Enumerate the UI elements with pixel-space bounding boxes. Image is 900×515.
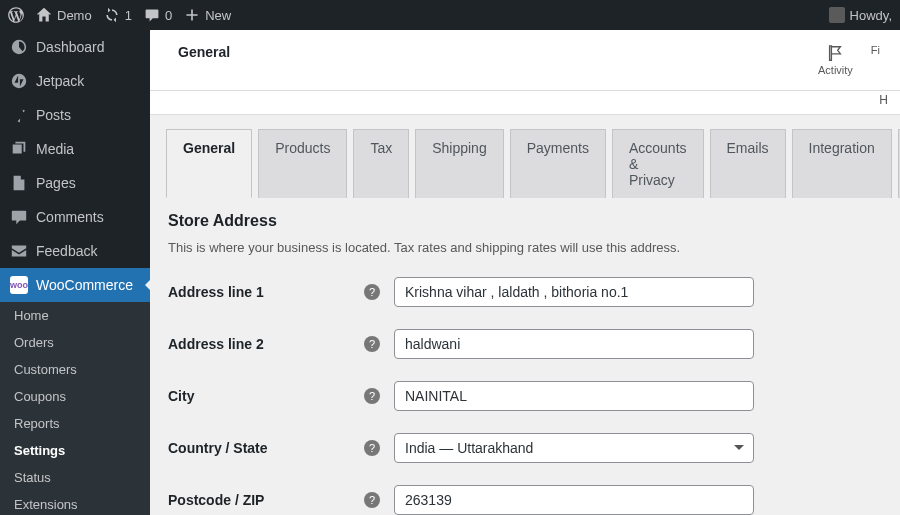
pages-icon bbox=[10, 174, 28, 192]
help-icon[interactable]: ? bbox=[364, 440, 380, 456]
sidebar-item-jetpack[interactable]: Jetpack bbox=[0, 64, 150, 98]
row-city: City ? bbox=[168, 381, 882, 411]
help-icon[interactable]: ? bbox=[364, 284, 380, 300]
subitem-label: Reports bbox=[14, 416, 60, 431]
input-address-2[interactable] bbox=[394, 329, 754, 359]
media-icon bbox=[10, 140, 28, 158]
updates-menu[interactable]: 1 bbox=[104, 7, 132, 23]
comments-icon bbox=[10, 208, 28, 226]
new-label: New bbox=[205, 8, 231, 23]
feedback-icon bbox=[10, 242, 28, 260]
tab-emails[interactable]: Emails bbox=[710, 129, 786, 198]
select-wrap: India — Uttarakhand bbox=[394, 433, 754, 463]
tab-label: Products bbox=[275, 140, 330, 156]
tab-label: Emails bbox=[727, 140, 769, 156]
sidebar-item-label: Posts bbox=[36, 107, 71, 123]
plus-icon bbox=[184, 7, 200, 23]
tab-accounts-privacy[interactable]: Accounts & Privacy bbox=[612, 129, 704, 198]
admin-sidebar: Dashboard Jetpack Posts Media Pages Comm… bbox=[0, 30, 150, 515]
sidebar-item-label: Pages bbox=[36, 175, 76, 191]
input-address-1[interactable] bbox=[394, 277, 754, 307]
tab-label: Tax bbox=[370, 140, 392, 156]
sidebar-item-comments[interactable]: Comments bbox=[0, 200, 150, 234]
subitem-orders[interactable]: Orders bbox=[0, 329, 150, 356]
subitem-home[interactable]: Home bbox=[0, 302, 150, 329]
subitem-settings[interactable]: Settings bbox=[0, 437, 150, 464]
flag-icon bbox=[826, 44, 844, 62]
select-country-state[interactable]: India — Uttarakhand bbox=[394, 433, 754, 463]
finish-button[interactable]: Fi bbox=[871, 44, 880, 56]
tab-integration[interactable]: Integration bbox=[792, 129, 892, 198]
activity-button[interactable]: Activity bbox=[818, 44, 853, 76]
help-icon[interactable]: ? bbox=[364, 388, 380, 404]
subitem-extensions[interactable]: Extensions bbox=[0, 491, 150, 515]
sidebar-submenu-woocommerce: Home Orders Customers Coupons Reports Se… bbox=[0, 302, 150, 515]
howdy-label: Howdy, bbox=[850, 8, 892, 23]
refresh-icon bbox=[104, 7, 120, 23]
page-header: General Activity Fi bbox=[150, 30, 900, 91]
comment-icon bbox=[144, 7, 160, 23]
tab-payments[interactable]: Payments bbox=[510, 129, 606, 198]
input-postcode[interactable] bbox=[394, 485, 754, 515]
wordpress-icon bbox=[8, 7, 24, 23]
section-heading: Store Address bbox=[168, 212, 882, 230]
comments-count: 0 bbox=[165, 8, 172, 23]
help-label[interactable]: H bbox=[879, 93, 888, 107]
subitem-label: Home bbox=[14, 308, 49, 323]
subitem-label: Coupons bbox=[14, 389, 66, 404]
site-name-label: Demo bbox=[57, 8, 92, 23]
finish-label: Fi bbox=[871, 44, 880, 56]
label-country-state: Country / State bbox=[168, 440, 364, 456]
sidebar-item-label: Comments bbox=[36, 209, 104, 225]
sidebar-item-woocommerce[interactable]: woo WooCommerce bbox=[0, 268, 150, 302]
jetpack-icon bbox=[10, 72, 28, 90]
row-country-state: Country / State ? India — Uttarakhand bbox=[168, 433, 882, 463]
label-address-1: Address line 1 bbox=[168, 284, 364, 300]
tab-label: Integration bbox=[809, 140, 875, 156]
sidebar-item-dashboard[interactable]: Dashboard bbox=[0, 30, 150, 64]
subitem-customers[interactable]: Customers bbox=[0, 356, 150, 383]
sidebar-item-pages[interactable]: Pages bbox=[0, 166, 150, 200]
settings-tabs: General Products Tax Shipping Payments A… bbox=[166, 129, 900, 198]
tab-products[interactable]: Products bbox=[258, 129, 347, 198]
updates-count: 1 bbox=[125, 8, 132, 23]
subitem-coupons[interactable]: Coupons bbox=[0, 383, 150, 410]
main-content: General Activity Fi H General Products T… bbox=[150, 30, 900, 515]
row-address-1: Address line 1 ? bbox=[168, 277, 882, 307]
sidebar-item-media[interactable]: Media bbox=[0, 132, 150, 166]
comments-menu[interactable]: 0 bbox=[144, 7, 172, 23]
tab-general[interactable]: General bbox=[166, 129, 252, 198]
settings-content: Store Address This is where your busines… bbox=[150, 198, 900, 515]
pin-icon bbox=[10, 106, 28, 124]
header-actions: Activity Fi bbox=[818, 44, 880, 76]
subitem-status[interactable]: Status bbox=[0, 464, 150, 491]
tab-shipping[interactable]: Shipping bbox=[415, 129, 504, 198]
subitem-label: Status bbox=[14, 470, 51, 485]
admin-bar: Demo 1 0 New Howdy, bbox=[0, 0, 900, 30]
activity-label: Activity bbox=[818, 64, 853, 76]
tab-label: Shipping bbox=[432, 140, 487, 156]
label-city: City bbox=[168, 388, 364, 404]
label-postcode: Postcode / ZIP bbox=[168, 492, 364, 508]
tab-label: General bbox=[183, 140, 235, 156]
sidebar-item-feedback[interactable]: Feedback bbox=[0, 234, 150, 268]
tab-tax[interactable]: Tax bbox=[353, 129, 409, 198]
help-icon[interactable]: ? bbox=[364, 336, 380, 352]
wp-logo-menu[interactable] bbox=[8, 7, 24, 23]
sidebar-item-label: Feedback bbox=[36, 243, 97, 259]
woocommerce-icon: woo bbox=[10, 276, 28, 294]
sidebar-item-label: WooCommerce bbox=[36, 277, 133, 293]
new-content-menu[interactable]: New bbox=[184, 7, 231, 23]
sidebar-item-label: Dashboard bbox=[36, 39, 105, 55]
help-icon[interactable]: ? bbox=[364, 492, 380, 508]
tab-label: Payments bbox=[527, 140, 589, 156]
sidebar-item-label: Media bbox=[36, 141, 74, 157]
subitem-label: Extensions bbox=[14, 497, 78, 512]
input-city[interactable] bbox=[394, 381, 754, 411]
account-menu[interactable]: Howdy, bbox=[829, 7, 892, 23]
subitem-label: Customers bbox=[14, 362, 77, 377]
sidebar-item-posts[interactable]: Posts bbox=[0, 98, 150, 132]
label-address-2: Address line 2 bbox=[168, 336, 364, 352]
subitem-reports[interactable]: Reports bbox=[0, 410, 150, 437]
site-name-menu[interactable]: Demo bbox=[36, 7, 92, 23]
